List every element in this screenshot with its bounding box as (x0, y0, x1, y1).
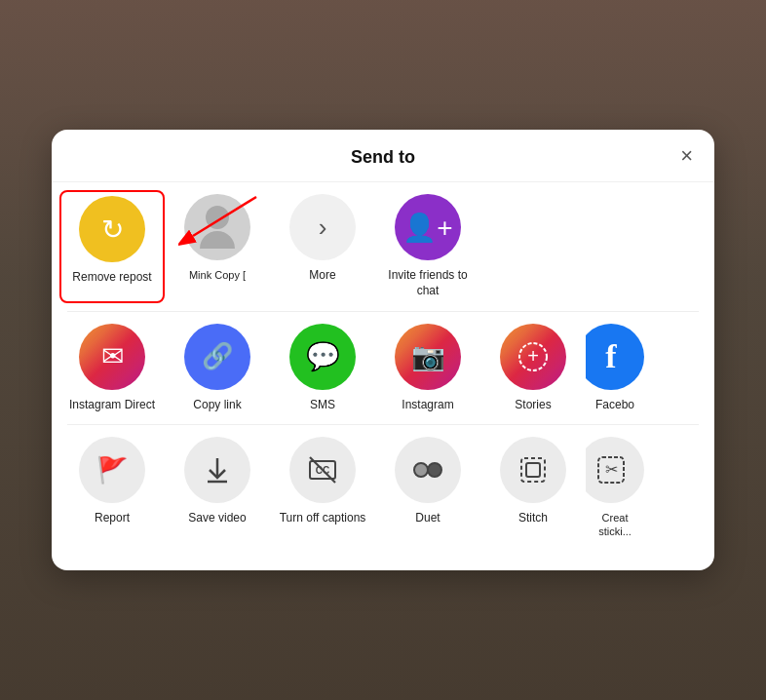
create-sticker-item[interactable]: ✂ Creat sticki... (586, 433, 644, 543)
row-2: ✉ Instagram Direct 🔗 Copy link 💬 SMS 📷 I… (52, 312, 714, 425)
modal-title: Send to (351, 147, 415, 168)
close-button[interactable]: × (676, 141, 697, 171)
instagram-direct-item[interactable]: ✉ Instagram Direct (59, 320, 165, 417)
user-item[interactable]: Mink Copy [ (165, 190, 270, 302)
facebook-label: Facebo (595, 398, 634, 413)
report-circle: 🚩 (79, 437, 145, 503)
create-sticker-label: Creat sticki... (590, 511, 640, 539)
ig-direct-circle: ✉ (79, 324, 145, 390)
save-video-label: Save video (188, 511, 246, 526)
captions-off-icon: CC (306, 453, 339, 486)
invite-icon: 👤+ (402, 212, 452, 244)
create-sticker-icon: ✂ (594, 453, 628, 486)
report-label: Report (95, 511, 130, 526)
captions-circle: CC (289, 437, 356, 503)
duet-circle (395, 437, 461, 503)
instagram-icon: 📷 (411, 340, 445, 372)
more-label: More (309, 268, 335, 284)
stitch-circle (500, 437, 566, 503)
turn-off-captions-item[interactable]: CC Turn off captions (270, 433, 375, 543)
create-sticker-circle: ✂ (586, 437, 644, 503)
sms-label: SMS (310, 398, 335, 413)
duet-item[interactable]: Duet (375, 433, 480, 543)
repost-icon: ↻ (101, 214, 124, 246)
stories-icon: + (516, 339, 551, 374)
more-item[interactable]: › More (270, 190, 375, 302)
report-flag-icon: 🚩 (96, 455, 128, 486)
svg-text:+: + (527, 345, 539, 367)
sms-circle: 💬 (289, 324, 356, 390)
facebook-icon: f (605, 338, 616, 375)
remove-repost-label: Remove repost (72, 270, 151, 286)
row-1: ↻ Remove repost Mink Copy [ › More 👤+ In… (52, 182, 714, 310)
svg-rect-10 (521, 458, 545, 482)
row-3: 🚩 Report Save video CC (52, 425, 714, 551)
svg-text:✂: ✂ (605, 461, 618, 478)
duet-icon (411, 453, 444, 486)
report-item[interactable]: 🚩 Report (59, 433, 165, 543)
facebook-circle: f (586, 324, 644, 390)
save-video-item[interactable]: Save video (165, 433, 270, 543)
svg-rect-11 (526, 463, 540, 477)
avatar-body (200, 231, 235, 249)
stitch-icon (517, 453, 550, 486)
instagram-label: Instagram (402, 398, 453, 413)
copy-link-label: Copy link (193, 398, 241, 413)
invite-circle: 👤+ (395, 194, 461, 260)
svg-point-8 (414, 463, 428, 477)
send-to-modal: Send to × ↻ Remove repost M (52, 130, 714, 569)
more-chevron-icon: › (319, 213, 327, 243)
sms-item[interactable]: 💬 SMS (270, 320, 375, 417)
facebook-item[interactable]: f Facebo (586, 320, 644, 417)
stories-circle: + (500, 324, 566, 390)
ig-direct-label: Instagram Direct (69, 398, 155, 413)
sms-icon: 💬 (306, 340, 340, 372)
instagram-item[interactable]: 📷 Instagram (375, 320, 480, 417)
copy-link-icon: 🔗 (202, 341, 233, 371)
save-video-circle (184, 437, 250, 503)
repost-circle: ↻ (79, 196, 145, 262)
modal-header: Send to × (52, 130, 714, 182)
stitch-item[interactable]: Stitch (480, 433, 586, 543)
invite-label: Invite friends to chat (379, 268, 477, 298)
invite-item[interactable]: 👤+ Invite friends to chat (375, 190, 480, 302)
duet-label: Duet (415, 511, 440, 526)
captions-label: Turn off captions (280, 511, 366, 526)
copy-link-item[interactable]: 🔗 Copy link (165, 320, 270, 417)
instagram-circle: 📷 (395, 324, 461, 390)
stitch-label: Stitch (518, 511, 548, 526)
avatar-head (206, 206, 229, 229)
save-video-icon (202, 454, 233, 486)
user-avatar (184, 194, 250, 260)
user-label: Mink Copy [ (189, 268, 246, 282)
copy-link-circle: 🔗 (184, 324, 250, 390)
stories-item[interactable]: + Stories (480, 320, 586, 417)
svg-point-9 (428, 463, 441, 477)
stories-label: Stories (515, 398, 551, 413)
ig-direct-icon: ✉ (101, 340, 124, 372)
remove-repost-item[interactable]: ↻ Remove repost (59, 190, 165, 302)
more-circle: › (289, 194, 356, 260)
